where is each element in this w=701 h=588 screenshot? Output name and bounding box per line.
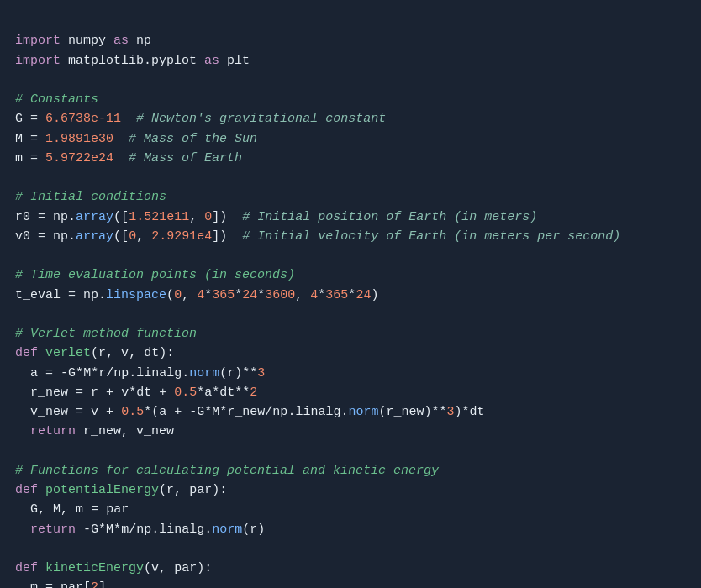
line-28: def kineticEnergy(v, par): (15, 561, 212, 575)
line-26: return -G*M*m/np.linalg.norm(r) (15, 522, 265, 537)
line-29: m = par[2] (15, 580, 106, 588)
line-2: import matplotlib.pyplot as plt (15, 54, 250, 68)
line-20: v_new = v + 0.5*(a + -G*M*r_new/np.linal… (15, 405, 485, 419)
code-editor: import numpy as np import matplotlib.pyp… (15, 12, 686, 588)
line-5: G = 6.6738e-11 # Newton's gravitational … (15, 112, 386, 126)
line-14: t_eval = np.linspace(0, 4*365*24*3600, 4… (15, 288, 378, 302)
line-25: G, M, m = par (15, 502, 129, 517)
line-18: a = -G*M*r/np.linalg.norm(r)**3 (15, 366, 265, 381)
line-17: def verlet(r, v, dt): (15, 346, 174, 360)
line-9-comment: # Initial conditions (15, 190, 166, 204)
line-13-comment: # Time evaluation points (in seconds) (15, 268, 295, 282)
line-16-comment: # Verlet method function (15, 327, 197, 341)
line-4-comment: # Constants (15, 92, 98, 107)
line-6: M = 1.9891e30 # Mass of the Sun (15, 132, 257, 146)
line-11: v0 = np.array([0, 2.9291e4]) # Initial v… (15, 229, 620, 244)
line-19: r_new = r + v*dt + 0.5*a*dt**2 (15, 386, 257, 400)
line-1: import numpy as np (15, 34, 151, 48)
line-7: m = 5.9722e24 # Mass of Earth (15, 151, 242, 165)
line-10: r0 = np.array([1.521e11, 0]) # Initial p… (15, 210, 537, 224)
line-21: return r_new, v_new (15, 424, 174, 438)
line-23-comment: # Functions for calculating potential an… (15, 464, 439, 478)
line-24: def potentialEnergy(r, par): (15, 483, 227, 497)
